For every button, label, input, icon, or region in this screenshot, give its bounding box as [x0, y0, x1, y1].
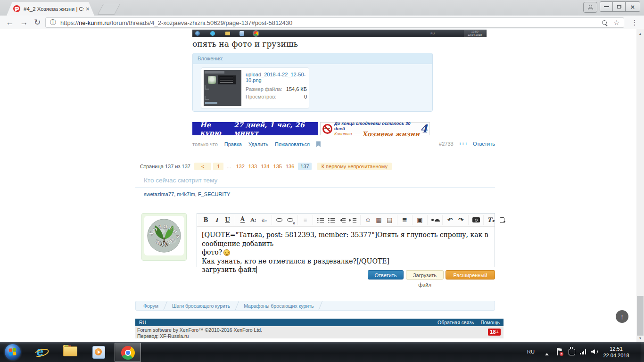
indent-icon[interactable]: [348, 215, 358, 225]
bbcode-toggle-icon[interactable]: [497, 215, 507, 225]
forward-button[interactable]: →: [18, 16, 30, 28]
reply-avatar[interactable]: ХОЗЯЕВА ЖИЗНИ: [141, 213, 187, 261]
team-name: Хозяева жизни: [362, 131, 420, 137]
search-icon[interactable]: [602, 20, 607, 25]
tray-expand-icon[interactable]: [545, 351, 549, 355]
bullet-list-icon[interactable]: [315, 215, 325, 225]
scroll-to-top-button[interactable]: ↑: [616, 310, 628, 323]
media-player-icon[interactable]: [92, 346, 105, 359]
link-icon[interactable]: [274, 215, 284, 225]
numbered-list-icon[interactable]: [326, 215, 336, 225]
alignment-icon[interactable]: ≡: [300, 215, 310, 225]
breadcrumb-forum[interactable]: Форум: [143, 303, 158, 309]
page-link[interactable]: 133: [248, 164, 257, 169]
profile-button[interactable]: [583, 2, 597, 13]
edit-link[interactable]: Правка: [224, 141, 242, 147]
scrollbar-thumb[interactable]: [637, 296, 644, 336]
new-tab-button[interactable]: [98, 4, 120, 15]
action-center-flag-icon[interactable]: ×: [557, 348, 563, 356]
underline-icon[interactable]: U: [223, 215, 232, 225]
browser-menu-icon[interactable]: ⋮: [630, 17, 639, 28]
italic-icon[interactable]: I: [212, 215, 222, 225]
scrollbar-track[interactable]: ▲ ▼: [636, 29, 644, 342]
page-link[interactable]: 132: [236, 164, 244, 169]
scroll-up-icon[interactable]: ▲: [636, 30, 644, 37]
bookmark-icon[interactable]: [316, 141, 321, 147]
site-favicon-icon: [13, 5, 20, 12]
show-desktop-button[interactable]: [641, 342, 644, 362]
page-link[interactable]: 134: [261, 164, 269, 169]
signature-separator: [192, 119, 495, 119]
reply-link[interactable]: Ответить: [473, 141, 495, 147]
window-close-button[interactable]: ×: [625, 1, 640, 12]
viewer-user-link[interactable]: swetazima77: [144, 191, 177, 197]
bookmark-star-icon[interactable]: ☆: [613, 19, 619, 26]
reload-button[interactable]: ↻: [31, 16, 43, 28]
help-link[interactable]: Помощь: [480, 320, 500, 325]
report-link[interactable]: Пожаловаться: [275, 141, 310, 147]
advanced-mode-button[interactable]: Расширенный режим...: [446, 270, 495, 280]
attachment-filename-link[interactable]: upload_2018-4-22_12-50-10.png: [246, 72, 307, 83]
window-minimize-button[interactable]: [600, 1, 613, 12]
breadcrumb-subsection[interactable]: Марафоны бросающих курить: [244, 303, 314, 309]
tray-language-indicator[interactable]: RU: [527, 349, 535, 354]
save-draft-icon[interactable]: ▣: [415, 215, 425, 225]
plus-link[interactable]: +++: [459, 141, 468, 147]
user-icon[interactable]: [430, 215, 440, 225]
feedback-link[interactable]: Обратная связь: [438, 320, 474, 325]
font-family-icon[interactable]: aₒ: [259, 215, 269, 225]
page-link[interactable]: 135: [273, 164, 282, 169]
undo-icon[interactable]: ↶: [445, 215, 455, 225]
network-signal-icon[interactable]: [580, 349, 586, 354]
avatar-logo: ХОЗЯЕВА ЖИЗНИ: [146, 218, 182, 254]
breadcrumb-section[interactable]: Шаги бросающего курить: [172, 303, 230, 309]
bold-icon[interactable]: B: [201, 215, 211, 225]
page-link-1[interactable]: 1: [213, 163, 223, 170]
text-color-icon[interactable]: A: [240, 217, 245, 223]
smilies-icon[interactable]: ☺: [363, 215, 373, 225]
internet-explorer-icon[interactable]: e: [33, 345, 49, 360]
attachment-thumbnail[interactable]: [204, 70, 241, 106]
viewers-title: Кто сейчас смотрит тему: [135, 177, 495, 188]
tab-close-icon[interactable]: ×: [86, 6, 90, 12]
delete-link[interactable]: Удалить: [248, 141, 268, 147]
redo-icon[interactable]: ↷: [456, 215, 466, 225]
image-icon[interactable]: ▦: [374, 215, 384, 225]
address-bar[interactable]: ⓘ https://ne-kurim.ru/forum/threads/4_2-…: [45, 17, 624, 28]
team-number: 4: [420, 123, 428, 134]
back-button[interactable]: ←: [4, 16, 16, 28]
chrome-taskbar-button[interactable]: [115, 343, 141, 362]
rank-text: Капитан: [334, 132, 352, 137]
camera-icon[interactable]: [471, 215, 481, 225]
window-restore-button[interactable]: [612, 1, 626, 12]
start-button[interactable]: [5, 344, 21, 360]
browser-tab[interactable]: #4_2 Хозяева жизни | Ст ×: [7, 2, 94, 16]
viewer-user-link[interactable]: m4k7im: [177, 191, 198, 197]
reply-button[interactable]: Ответить: [368, 270, 404, 280]
power-icon[interactable]: [569, 349, 575, 355]
scroll-down-icon[interactable]: ▼: [636, 335, 644, 341]
page-label: Страница 137 из 137: [140, 164, 190, 169]
tray-clock[interactable]: 12:51 22.04.2018: [600, 346, 633, 359]
language-link[interactable]: RU: [139, 320, 146, 325]
url-domain: ne-kurim.ru: [79, 19, 110, 26]
unlink-icon[interactable]: [285, 215, 295, 225]
first-unread-link[interactable]: К первому непрочитанному: [317, 163, 392, 170]
text-cursor: [256, 266, 257, 273]
post-number[interactable]: #2733: [439, 141, 454, 147]
remove-format-icon[interactable]: Tₓ: [486, 215, 496, 225]
file-explorer-icon[interactable]: [63, 346, 77, 356]
desktop: #4_2 Хозяева жизни | Ст × × ← → ↻ ⓘ http…: [0, 0, 644, 362]
float-icon[interactable]: ≣: [400, 215, 410, 225]
attachment-card[interactable]: upload_2018-4-22_12-50-10.png Размер фай…: [201, 67, 309, 109]
upload-file-button[interactable]: Загрузить файл: [406, 270, 444, 280]
font-size-icon[interactable]: A:: [248, 215, 258, 225]
info-icon[interactable]: ⓘ: [50, 18, 56, 27]
volume-icon[interactable]: [591, 349, 598, 354]
page-link[interactable]: 136: [286, 164, 294, 169]
prev-page-button[interactable]: <: [194, 163, 211, 170]
footer-translation-link[interactable]: Перевод: XF-Russia.ru: [137, 333, 504, 339]
media-icon[interactable]: ▤: [385, 215, 395, 225]
outdent-icon[interactable]: [337, 215, 347, 225]
viewer-user-link[interactable]: F_SECURITY: [198, 191, 230, 197]
